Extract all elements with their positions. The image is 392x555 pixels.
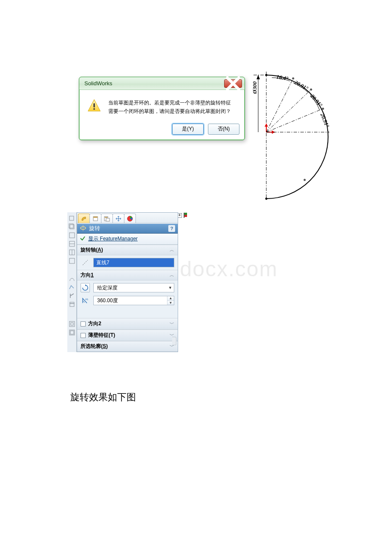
tool-icon-2[interactable] [69, 223, 75, 230]
fm-link-label: 显示 FeatureManager [88, 235, 138, 243]
tool-icon-8[interactable] [69, 284, 75, 291]
svg-line-48 [83, 260, 88, 265]
svg-line-13 [266, 109, 323, 132]
section-contour-header[interactable]: 所选轮廓(S) ﹀ [77, 341, 178, 352]
angle-spinner[interactable]: 360.00度 ▲ ▼ [93, 296, 174, 305]
svg-rect-41 [93, 217, 98, 218]
svg-text:A1: A1 [85, 298, 89, 301]
tool-icon-4[interactable] [69, 240, 75, 247]
pm-tab-config[interactable] [89, 214, 101, 223]
panel-drag-handle[interactable] [172, 337, 176, 345]
solidworks-dialog: SolidWorks 当前草图是开环的。若是要完成一个非薄壁的旋转 [79, 77, 245, 140]
no-button[interactable]: 否(N) [208, 124, 239, 135]
dialog-message: 当前草图是开环的。若是要完成一个非薄壁的旋转特征 需要一个闭环的草图，请问是否要… [108, 98, 238, 116]
svg-marker-10 [265, 124, 268, 127]
svg-rect-39 [70, 331, 74, 334]
svg-rect-25 [69, 216, 74, 220]
tool-icon-7[interactable] [69, 275, 75, 282]
svg-rect-0 [93, 103, 95, 107]
dialog-titlebar: SolidWorks [79, 77, 245, 90]
flag-icon [183, 212, 188, 218]
section-dir2-header[interactable]: 方向2 ﹀ [77, 318, 178, 330]
svg-rect-37 [71, 323, 73, 325]
svg-point-21 [304, 179, 306, 181]
warning-icon [87, 98, 101, 113]
svg-line-11 [266, 78, 293, 132]
tool-icon-12[interactable] [69, 329, 75, 336]
tool-icon-10[interactable] [69, 301, 75, 308]
svg-rect-44 [106, 218, 110, 221]
svg-rect-36 [69, 321, 75, 327]
svg-rect-33 [69, 258, 75, 263]
yes-button[interactable]: 是(Y) [172, 124, 204, 135]
angle-label-3: 20.91° [309, 92, 324, 108]
svg-rect-35 [70, 302, 74, 304]
left-vertical-toolbar [67, 212, 77, 352]
end-condition-value: 给定深度 [97, 284, 118, 292]
svg-point-17 [310, 89, 312, 91]
dialog-message-line2: 需要一个闭环的草图，请问是否要自动将此草图封闭？ [108, 107, 238, 116]
svg-rect-28 [69, 233, 75, 238]
show-featuremanager-link[interactable]: 显示 FeatureManager [77, 234, 178, 245]
close-icon [225, 75, 242, 92]
tool-icon-5[interactable] [69, 249, 75, 256]
svg-point-20 [265, 198, 268, 200]
svg-marker-6 [257, 75, 260, 79]
section-thin-header[interactable]: 薄壁特征(T) ﹀ [77, 330, 178, 341]
dialog-title: SolidWorks [84, 80, 112, 87]
check-icon [80, 235, 86, 243]
svg-point-19 [327, 131, 329, 133]
chevron-down-icon: ﹀ [170, 321, 174, 327]
pm-title: 旋转 [89, 225, 100, 232]
spinner-down-button[interactable]: ▼ [167, 301, 174, 305]
chevron-up-icon: ︿ [170, 247, 174, 253]
dir2-checkbox[interactable] [81, 321, 86, 327]
spinner-up-button[interactable]: ▲ [167, 296, 174, 301]
svg-rect-34 [70, 304, 74, 306]
tool-icon-3[interactable] [69, 232, 75, 239]
dialog-message-line1: 当前草图是开环的。若是要完成一个非薄壁的旋转特征 [108, 98, 238, 107]
svg-point-18 [322, 108, 324, 110]
angle-label-2: 20.91° [293, 79, 310, 92]
tool-icon-1[interactable] [69, 215, 75, 222]
revolve-icon [80, 225, 86, 233]
axis-selection-field[interactable]: 直线7 [93, 258, 174, 267]
diameter-label: Ø300 [251, 81, 258, 94]
angle-value[interactable]: 360.00度 [94, 296, 167, 305]
section-dir1-header[interactable]: 方向1 ︿ [77, 270, 178, 280]
axis-icon [81, 258, 90, 267]
pm-tab-move[interactable] [112, 214, 124, 223]
svg-point-16 [292, 78, 294, 80]
pm-tab-display[interactable] [101, 214, 113, 223]
propertymanager-panel: 旋转 ? 显示 FeatureManager 旋转轴(A) ︿ 直线7 [77, 212, 178, 352]
angle-label-1: 16.4° [276, 73, 289, 82]
svg-rect-22 [184, 213, 184, 218]
angle-icon: A1 [81, 296, 90, 305]
svg-point-1 [93, 108, 95, 110]
tool-icon-11[interactable] [69, 321, 75, 327]
thin-checkbox[interactable] [81, 333, 86, 338]
tool-icon-6[interactable] [69, 257, 75, 264]
angle-label-4: 20.91° [319, 112, 331, 129]
tool-icon-9[interactable] [69, 292, 75, 299]
svg-rect-43 [105, 217, 107, 218]
close-button[interactable] [224, 79, 242, 88]
help-button[interactable]: ? [168, 225, 175, 232]
chevron-up-icon: ︿ [170, 272, 174, 278]
pm-tabstrip [77, 213, 178, 223]
pm-header: 旋转 ? [77, 223, 178, 234]
caption-text: 旋转效果如下图 [70, 391, 136, 404]
svg-point-15 [265, 74, 268, 76]
section-axis-header[interactable]: 旋转轴(A) ︿ [77, 245, 178, 255]
pm-tab-feature[interactable] [78, 214, 90, 223]
end-condition-dropdown[interactable]: 给定深度 ▼ [93, 283, 174, 292]
reverse-direction-button[interactable] [81, 283, 90, 292]
svg-line-12 [266, 90, 311, 132]
expand-flyout[interactable]: + [177, 212, 188, 218]
pm-tab-appearance[interactable] [124, 214, 136, 223]
chevron-down-icon: ▼ [168, 286, 172, 290]
svg-rect-24 [184, 215, 187, 217]
sketch-diagram: Ø300 [251, 68, 332, 205]
svg-rect-23 [184, 213, 187, 215]
